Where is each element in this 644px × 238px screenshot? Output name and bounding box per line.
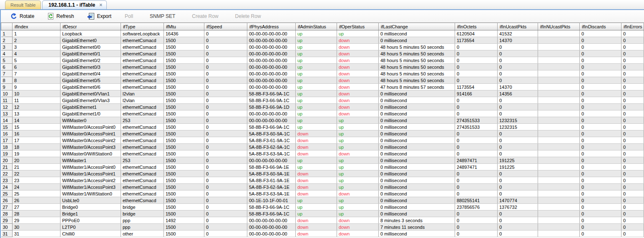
- cell-ifPhysAddress[interactable]: 58-8B-F3-66-9A-1D: [247, 104, 296, 110]
- cell-ifMtu[interactable]: 1500: [164, 70, 204, 77]
- cell-ifMtu[interactable]: 1500: [164, 37, 204, 44]
- cell-ifSpeed[interactable]: 0: [204, 184, 247, 190]
- cell-ifLastChange[interactable]: 48 hours 5 minutes 50 seconds: [379, 57, 455, 64]
- cell-ifInErrors[interactable]: 0: [621, 217, 644, 224]
- cell-ifPhysAddress[interactable]: 00-00-00-00-00-00: [247, 64, 296, 70]
- cell-ifType[interactable]: ethernetCsmacd: [121, 190, 164, 197]
- cell-ifIndex[interactable]: 18: [13, 144, 60, 150]
- cell-ifInDiscards[interactable]: 0: [580, 37, 621, 44]
- cell-ifIndex[interactable]: 22: [13, 170, 60, 177]
- cell-ifIndex[interactable]: 26: [13, 197, 60, 204]
- cell-ifInUcastPkts[interactable]: 1232315: [498, 117, 538, 124]
- cell-ifLastChange[interactable]: 48 hours 5 minutes 50 seconds: [379, 64, 455, 70]
- cell-ifLastChange[interactable]: 0 millisecond: [379, 90, 455, 97]
- cell-ifLastChange[interactable]: 48 hours 5 minutes 50 seconds: [379, 77, 455, 84]
- cell-ifMtu[interactable]: 1500: [164, 97, 204, 104]
- cell-ifInOctets[interactable]: 24897471: [455, 164, 498, 170]
- table-row[interactable]: 77GigabitEthernet0/4ethernetCsmacd150000…: [1, 70, 644, 77]
- cell-ifInDiscards[interactable]: 0: [580, 157, 621, 164]
- cell-ifInOctets[interactable]: 0: [455, 77, 498, 84]
- cell-ifIndex[interactable]: 20: [13, 157, 60, 164]
- cell-ifMtu[interactable]: 1500: [164, 44, 204, 50]
- cell-ifInNUcastPkts[interactable]: [538, 110, 580, 117]
- cell-ifInErrors[interactable]: 0: [621, 84, 644, 90]
- cell-ifDescr[interactable]: PPPoE0: [60, 217, 121, 224]
- cell-ifMtu[interactable]: 1500: [164, 137, 204, 144]
- cell-ifOperStatus[interactable]: up: [337, 137, 379, 144]
- cell-ifMtu[interactable]: 1500: [164, 204, 204, 210]
- cell-ifInNUcastPkts[interactable]: [538, 177, 580, 184]
- table-row[interactable]: 99GigabitEthernet0/6ethernetCsmacd150000…: [1, 84, 644, 90]
- cell-ifSpeed[interactable]: 0: [204, 57, 247, 64]
- cell-ifPhysAddress[interactable]: 58-8B-F3-66-9A-1C: [247, 124, 296, 130]
- cell-ifDescr[interactable]: Bridge1: [60, 210, 121, 217]
- cell-ifOperStatus[interactable]: down: [337, 50, 379, 57]
- table-row[interactable]: 44GigabitEthernet0/1ethernetCsmacd150000…: [1, 50, 644, 57]
- cell-ifPhysAddress[interactable]: 00-00-00-00-00-00: [247, 57, 296, 64]
- cell-ifLastChange[interactable]: 0 millisecond: [379, 130, 455, 137]
- cell-ifOperStatus[interactable]: down: [337, 37, 379, 44]
- cell-ifPhysAddress[interactable]: 58-8B-F3-66-9A-1C: [247, 90, 296, 97]
- table-row[interactable]: 1818WifiMaster0/AccessPoint3ethernetCsma…: [1, 144, 644, 150]
- cell-ifInNUcastPkts[interactable]: [538, 150, 580, 157]
- cell-ifLastChange[interactable]: 0 millisecond: [379, 190, 455, 197]
- row-number-cell[interactable]: 8: [1, 77, 13, 84]
- cell-ifInDiscards[interactable]: 0: [580, 77, 621, 84]
- cell-ifIndex[interactable]: 19: [13, 150, 60, 157]
- cell-ifPhysAddress[interactable]: 00-00-00-00-00-00: [247, 84, 296, 90]
- row-number-cell[interactable]: 19: [1, 150, 13, 157]
- cell-ifType[interactable]: ethernetCsmacd: [121, 70, 164, 77]
- cell-ifLastChange[interactable]: 48 hours 5 minutes 50 seconds: [379, 44, 455, 50]
- cell-ifLastChange[interactable]: 0 millisecond: [379, 164, 455, 170]
- cell-ifOperStatus[interactable]: up: [337, 164, 379, 170]
- cell-ifPhysAddress[interactable]: 00-00-00-00-00-00: [247, 157, 296, 164]
- row-number-cell[interactable]: 31: [1, 230, 13, 237]
- cell-ifInDiscards[interactable]: 0: [580, 210, 621, 217]
- column-header-ifPhysAddress[interactable]: ifPhysAddress: [247, 23, 296, 30]
- cell-ifType[interactable]: l2vlan: [121, 97, 164, 104]
- cell-ifInErrors[interactable]: 0: [621, 117, 644, 124]
- cell-ifIndex[interactable]: 5: [13, 57, 60, 64]
- table-row[interactable]: 2222WifiMaster1/AccessPoint1ethernetCsma…: [1, 170, 644, 177]
- cell-ifPhysAddress[interactable]: 00-00-00-00-00-00: [247, 230, 296, 237]
- row-number-cell[interactable]: 24: [1, 184, 13, 190]
- table-row[interactable]: 2424WifiMaster1/AccessPoint3ethernetCsma…: [1, 184, 644, 190]
- cell-ifOperStatus[interactable]: up: [337, 157, 379, 164]
- cell-ifAdminStatus[interactable]: up: [296, 210, 337, 217]
- cell-ifInErrors[interactable]: 0: [621, 37, 644, 44]
- cell-ifInNUcastPkts[interactable]: [538, 137, 580, 144]
- cell-ifMtu[interactable]: 1492: [164, 217, 204, 224]
- cell-ifDescr[interactable]: GigabitEthernet0/3: [60, 64, 121, 70]
- cell-ifLastChange[interactable]: 0 millisecond: [379, 110, 455, 117]
- row-number-cell[interactable]: 17: [1, 137, 13, 144]
- cell-ifAdminStatus[interactable]: down: [296, 170, 337, 177]
- cell-ifInNUcastPkts[interactable]: [538, 170, 580, 177]
- cell-ifInErrors[interactable]: 0: [621, 157, 644, 164]
- cell-ifAdminStatus[interactable]: up: [296, 84, 337, 90]
- cell-ifIndex[interactable]: 31: [13, 230, 60, 237]
- cell-ifDescr[interactable]: GigabitEthernet0: [60, 37, 121, 44]
- cell-ifInDiscards[interactable]: 0: [580, 44, 621, 50]
- cell-ifInNUcastPkts[interactable]: [538, 84, 580, 90]
- cell-ifPhysAddress[interactable]: 00-00-00-00-00-00: [247, 117, 296, 124]
- cell-ifDescr[interactable]: WifiMaster0/AccessPoint1: [60, 130, 121, 137]
- cell-ifInErrors[interactable]: 0: [621, 104, 644, 110]
- cell-ifAdminStatus[interactable]: up: [296, 77, 337, 84]
- cell-ifLastChange[interactable]: 0 millisecond: [379, 210, 455, 217]
- table-row[interactable]: 1010GigabitEthernet0/Vlan1l2vlan1500058-…: [1, 90, 644, 97]
- cell-ifSpeed[interactable]: 0: [204, 104, 247, 110]
- cell-ifPhysAddress[interactable]: 5A-8B-F3-63-9A-1C: [247, 150, 296, 157]
- cell-ifInOctets[interactable]: 274351533: [455, 124, 498, 130]
- cell-ifInErrors[interactable]: 0: [621, 190, 644, 197]
- column-header-ifLastChange[interactable]: ifLastChange: [379, 23, 455, 30]
- cell-ifInUcastPkts[interactable]: 0: [498, 130, 538, 137]
- row-number-cell[interactable]: 3: [1, 44, 13, 50]
- cell-ifInErrors[interactable]: 0: [621, 50, 644, 57]
- row-number-cell[interactable]: 14: [1, 117, 13, 124]
- cell-ifAdminStatus[interactable]: up: [296, 157, 337, 164]
- column-header-rownum[interactable]: [1, 23, 13, 30]
- cell-ifOperStatus[interactable]: down: [337, 217, 379, 224]
- cell-ifIndex[interactable]: 28: [13, 210, 60, 217]
- cell-ifSpeed[interactable]: 0: [204, 110, 247, 117]
- row-number-cell[interactable]: 16: [1, 130, 13, 137]
